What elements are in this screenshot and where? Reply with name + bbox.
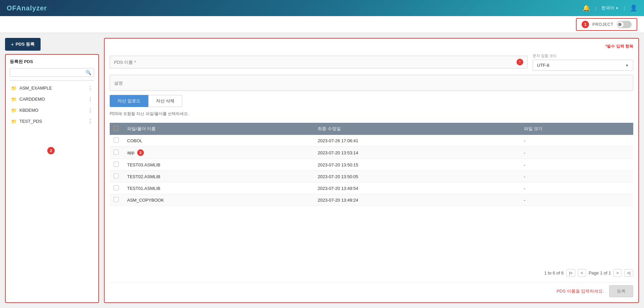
pds-item-menu-icon[interactable]: ⋮ bbox=[88, 85, 93, 91]
row-modified: 2023-07-20 13:50:05 bbox=[314, 171, 520, 183]
row-checkbox[interactable] bbox=[114, 162, 119, 167]
pds-list-item[interactable]: 📁 CARDDEMO ⋮ bbox=[10, 94, 94, 105]
row-checkbox[interactable] bbox=[114, 197, 119, 202]
select-arrow-icon: ▼ bbox=[625, 63, 629, 67]
pds-search-box[interactable]: 🔍 bbox=[10, 68, 94, 77]
pds-item-name: ASM_EXAMPLE bbox=[19, 86, 88, 91]
search-icon[interactable]: 🔍 bbox=[86, 70, 91, 75]
table-container: 파일/폴더 이름 최종 수정일 파일 크기 COBOL 2023-07-26 1… bbox=[110, 123, 633, 262]
first-page-button[interactable]: |< bbox=[566, 269, 575, 277]
row-filename: app3 bbox=[123, 147, 314, 159]
pds-search-input[interactable] bbox=[13, 70, 86, 75]
pds-item-name: KBDEMO bbox=[19, 108, 88, 113]
row-checkbox[interactable] bbox=[114, 150, 119, 155]
badge-2: 2 bbox=[47, 147, 55, 154]
table-row[interactable]: TEST03.ASMLIB 2023-07-20 13:50:15 - bbox=[110, 159, 633, 171]
row-checkbox[interactable] bbox=[114, 185, 119, 190]
logo-analyzer: Analyzer bbox=[16, 4, 47, 12]
page-text: Page 1 of 1 bbox=[589, 270, 611, 275]
plus-icon: + bbox=[11, 42, 14, 47]
header-modified: 최종 수정일 bbox=[314, 123, 520, 135]
toggle-dot bbox=[618, 23, 622, 26]
header-size: 파일 크기 bbox=[520, 123, 633, 135]
charset-label: 문자 집합 코드 bbox=[533, 53, 633, 58]
pds-list-item[interactable]: 📁 ASM_EXAMPLE ⋮ bbox=[10, 83, 94, 94]
sub-header: 1 PROJECT bbox=[0, 16, 644, 33]
left-panel: + PDS 등록 등록된 PDS 🔍 📁 ASM_EXAMPLE ⋮ 📁 CAR… bbox=[5, 38, 99, 303]
charset-select[interactable]: UTF-8 ▼ bbox=[533, 60, 633, 71]
file-table: 파일/폴더 이름 최종 수정일 파일 크기 COBOL 2023-07-26 1… bbox=[110, 123, 633, 206]
table-hint: PDS에 포함할 자산 파일/폴더를 선택하세요. bbox=[110, 111, 633, 117]
logo-of: OF bbox=[7, 4, 16, 12]
row-checkbox-cell bbox=[110, 147, 123, 159]
row-modified: 2023-07-20 13:49:24 bbox=[314, 194, 520, 206]
add-pds-button[interactable]: + PDS 등록 bbox=[5, 38, 41, 51]
header-checkbox-col bbox=[110, 123, 123, 135]
row-checkbox-cell bbox=[110, 171, 123, 183]
row-filename: COBOL bbox=[123, 135, 314, 147]
table-row[interactable]: TEST01.ASMLIB 2023-07-20 13:49:54 - bbox=[110, 183, 633, 194]
row-size: - bbox=[520, 171, 633, 183]
add-pds-label: PDS 등록 bbox=[16, 41, 35, 47]
language-selector[interactable]: 한국어 ▼ bbox=[601, 5, 619, 11]
tab-upload[interactable]: 자산 업로드 bbox=[110, 95, 148, 107]
row-checkbox-cell bbox=[110, 135, 123, 147]
tabs-row: 자산 업로드 자산 삭제 bbox=[110, 95, 633, 107]
badge-1: 1 bbox=[582, 21, 589, 28]
charset-group: 문자 집합 코드 UTF-8 ▼ bbox=[533, 53, 633, 71]
prev-page-button[interactable]: < bbox=[578, 269, 586, 277]
pds-item-name: CARDDEMO bbox=[19, 97, 88, 102]
badge-3: 3 bbox=[137, 149, 144, 156]
folder-icon: 📁 bbox=[11, 119, 17, 124]
folder-icon: 📁 bbox=[11, 97, 17, 102]
pds-list-item[interactable]: 📁 KBDEMO ⋮ bbox=[10, 105, 94, 116]
table-row[interactable]: COBOL 2023-07-26 17:06:41 - bbox=[110, 135, 633, 147]
pagination-range: 1 to 6 of 6 bbox=[544, 270, 564, 275]
description-input[interactable] bbox=[110, 75, 633, 91]
row-size: - bbox=[520, 183, 633, 194]
tab-delete[interactable]: 자산 삭제 bbox=[148, 95, 182, 107]
row-checkbox-cell bbox=[110, 194, 123, 206]
header: OFAnalyzer 🔔 | 한국어 ▼ | 👤 bbox=[0, 0, 644, 16]
register-button[interactable]: 등록 bbox=[609, 285, 633, 297]
row-checkbox[interactable] bbox=[114, 173, 119, 178]
pds-items-list: 📁 ASM_EXAMPLE ⋮ 📁 CARDDEMO ⋮ 📁 KBDEMO ⋮ … bbox=[10, 83, 94, 127]
pds-item-menu-icon[interactable]: ⋮ bbox=[88, 107, 93, 113]
row-filename: TEST02.ASMLIB bbox=[123, 171, 314, 183]
pds-list-title: 등록된 PDS bbox=[10, 59, 94, 65]
bottom-row: PDS 이름을 입력하세요. 등록 bbox=[110, 282, 633, 297]
folder-icon: 📁 bbox=[11, 108, 17, 113]
charset-value: UTF-8 bbox=[537, 63, 549, 68]
header-right: 🔔 | 한국어 ▼ | 👤 bbox=[583, 4, 637, 12]
last-page-button[interactable]: >| bbox=[624, 269, 633, 277]
project-toggle-area: 1 PROJECT bbox=[576, 18, 637, 31]
table-row[interactable]: ASM_COPYBOOK 2023-07-20 13:49:24 - bbox=[110, 194, 633, 206]
table-row[interactable]: TEST02.ASMLIB 2023-07-20 13:50:05 - bbox=[110, 171, 633, 183]
next-page-button[interactable]: > bbox=[613, 269, 622, 277]
pds-item-menu-icon[interactable]: ⋮ bbox=[88, 96, 93, 102]
row-filename: TEST03.ASMLIB bbox=[123, 159, 314, 171]
row-checkbox-cell bbox=[110, 159, 123, 171]
row-modified: 2023-07-26 17:06:41 bbox=[314, 135, 520, 147]
row-checkbox[interactable] bbox=[114, 138, 119, 143]
pagination-row: 1 to 6 of 6 |< < Page 1 of 1 > >| bbox=[110, 269, 633, 277]
row-size: - bbox=[520, 147, 633, 159]
pds-item-menu-icon[interactable]: ⋮ bbox=[88, 118, 93, 124]
user-icon[interactable]: 👤 bbox=[630, 4, 637, 12]
project-toggle[interactable] bbox=[617, 21, 632, 28]
pds-list-panel: 등록된 PDS 🔍 📁 ASM_EXAMPLE ⋮ 📁 CARDDEMO ⋮ 📁… bbox=[5, 54, 99, 303]
pds-item-name: TEST_PDS bbox=[19, 119, 88, 124]
right-panel: *필수 입력 항목 ! 문자 집합 코드 UTF-8 ▼ 자산 업로드 자산 삭… bbox=[104, 38, 639, 303]
bell-icon[interactable]: 🔔 bbox=[583, 4, 590, 12]
header-checkbox[interactable] bbox=[114, 126, 119, 131]
row-filename: TEST01.ASMLIB bbox=[123, 183, 314, 194]
row-size: - bbox=[520, 135, 633, 147]
pds-name-input[interactable] bbox=[114, 60, 514, 65]
row-size: - bbox=[520, 159, 633, 171]
pds-list-item[interactable]: 📁 TEST_PDS ⋮ bbox=[10, 116, 94, 127]
table-row[interactable]: app3 2023-07-20 13:53:14 - bbox=[110, 147, 633, 159]
required-note: *필수 입력 항목 bbox=[110, 44, 633, 49]
form-row-name-charset: ! 문자 집합 코드 UTF-8 ▼ bbox=[110, 53, 633, 71]
pds-name-input-wrap[interactable]: ! bbox=[110, 56, 528, 68]
app-logo: OFAnalyzer bbox=[7, 4, 47, 12]
